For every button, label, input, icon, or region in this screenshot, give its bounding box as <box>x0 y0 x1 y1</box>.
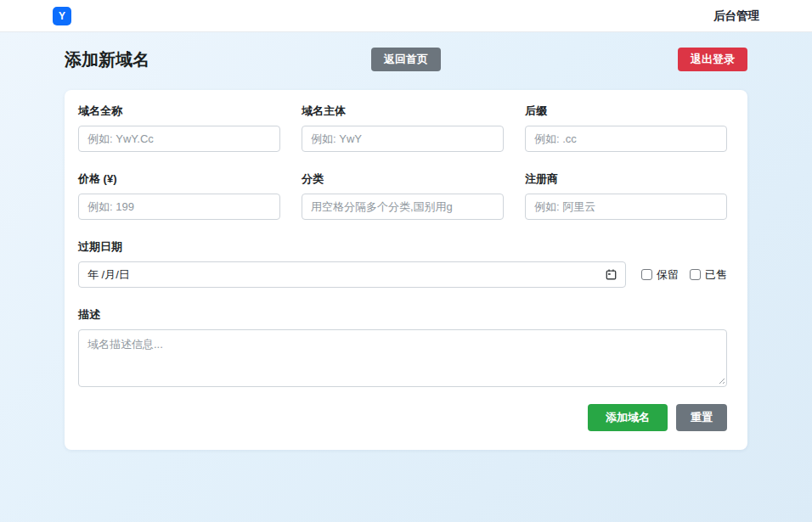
page-background: 添加新域名 返回首页 退出登录 域名全称 域名主体 后缀 <box>0 32 812 522</box>
price-label: 价格 (¥) <box>78 171 280 187</box>
field-category: 分类 <box>302 171 504 220</box>
brand-logo[interactable]: Y <box>53 7 71 25</box>
description-label: 描述 <box>78 307 727 323</box>
field-registrar: 注册商 <box>525 171 727 220</box>
back-home-button[interactable]: 返回首页 <box>371 48 441 71</box>
status-checkbox-group: 保留 已售 <box>641 267 727 283</box>
registrar-input[interactable] <box>525 194 727 220</box>
field-domain-body: 域名主体 <box>302 104 504 152</box>
checkbox-sold[interactable]: 已售 <box>690 267 727 283</box>
full-domain-input[interactable] <box>78 126 280 152</box>
logout-button[interactable]: 退出登录 <box>678 48 747 71</box>
field-suffix: 后缀 <box>525 104 727 152</box>
checkbox-reserved-label: 保留 <box>657 267 679 283</box>
expiry-date-label: 过期日期 <box>78 239 727 255</box>
domain-body-label: 域名主体 <box>302 104 504 119</box>
checkbox-reserved-box[interactable] <box>641 269 652 280</box>
price-input[interactable] <box>78 194 280 220</box>
reset-button[interactable]: 重置 <box>676 404 727 431</box>
field-full-domain: 域名全称 <box>78 104 280 152</box>
checkbox-sold-label: 已售 <box>705 267 727 283</box>
expiry-date-input[interactable]: 年 /月/日 <box>78 261 626 288</box>
suffix-input[interactable] <box>525 126 727 152</box>
page-title: 添加新域名 <box>65 48 149 71</box>
field-description: 描述 <box>78 307 727 387</box>
date-placeholder-text: 年 /月/日 <box>87 267 130 283</box>
form-row-expiry: 过期日期 年 /月/日 <box>78 239 727 288</box>
category-label: 分类 <box>302 171 504 187</box>
category-input[interactable] <box>302 194 504 220</box>
topbar: Y 后台管理 <box>0 0 812 32</box>
description-textarea[interactable] <box>78 329 727 387</box>
form-actions: 添加域名 重置 <box>78 404 727 431</box>
full-domain-label: 域名全称 <box>78 104 280 119</box>
checkbox-reserved[interactable]: 保留 <box>641 267 679 283</box>
field-expiry-date: 过期日期 年 /月/日 <box>78 239 727 288</box>
checkbox-sold-box[interactable] <box>690 269 701 280</box>
registrar-label: 注册商 <box>525 171 727 187</box>
form-row-2: 价格 (¥) 分类 注册商 <box>78 171 727 220</box>
add-domain-form-card: 域名全称 域名主体 后缀 价格 (¥) 分类 <box>65 90 747 450</box>
admin-panel-link[interactable]: 后台管理 <box>713 8 759 24</box>
calendar-icon[interactable] <box>606 269 617 280</box>
page-header: 添加新域名 返回首页 退出登录 <box>65 47 747 72</box>
domain-body-input[interactable] <box>302 126 504 152</box>
field-price: 价格 (¥) <box>78 171 280 220</box>
add-domain-button[interactable]: 添加域名 <box>588 404 668 431</box>
form-row-1: 域名全称 域名主体 后缀 <box>78 104 727 152</box>
suffix-label: 后缀 <box>525 104 727 119</box>
